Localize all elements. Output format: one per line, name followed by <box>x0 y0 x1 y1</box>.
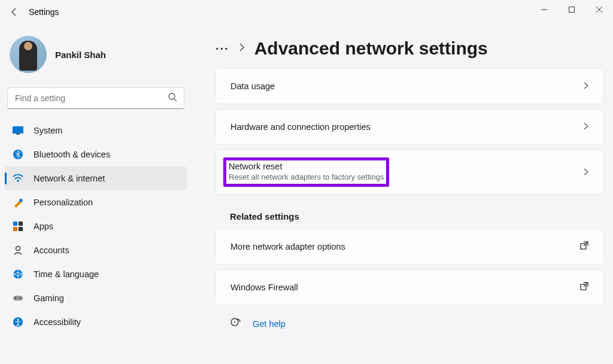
chevron-right-icon <box>584 167 588 178</box>
svg-point-2 <box>169 93 175 99</box>
sidebar-item-label: Network & internet <box>34 174 105 183</box>
sidebar-item-label: Accounts <box>34 245 69 255</box>
get-help-link[interactable]: Get help <box>253 319 286 329</box>
sidebar-item-system[interactable]: System <box>5 119 187 142</box>
sidebar-item-label: System <box>34 126 62 135</box>
svg-rect-4 <box>13 126 23 134</box>
bluetooth-icon <box>12 148 24 160</box>
titlebar: Settings <box>0 0 613 24</box>
sidebar-item-apps[interactable]: Apps <box>5 214 187 238</box>
external-link-icon <box>580 282 588 293</box>
svg-rect-9 <box>13 222 17 226</box>
svg-point-13 <box>16 247 20 251</box>
chevron-right-icon <box>584 122 588 132</box>
highlight-annotation: Network reset Reset all network adapters… <box>223 157 389 187</box>
accessibility-icon <box>12 316 24 328</box>
sidebar-item-accessibility[interactable]: Accessibility <box>5 310 187 334</box>
profile-section[interactable]: Pankil Shah <box>5 24 187 87</box>
app-title: Settings <box>29 7 59 17</box>
maximize-button[interactable] <box>558 0 585 19</box>
get-help-row[interactable]: Get help <box>216 310 613 338</box>
back-button[interactable] <box>5 2 24 22</box>
sidebar: Pankil Shah System Bluetooth & devices N… <box>0 24 192 364</box>
search-input[interactable] <box>7 87 184 109</box>
svg-rect-10 <box>19 222 23 226</box>
search-icon <box>168 92 177 104</box>
sidebar-item-label: Apps <box>34 222 53 231</box>
sidebar-item-bluetooth[interactable]: Bluetooth & devices <box>5 142 187 166</box>
page-title: Advanced network settings <box>254 38 488 59</box>
sidebar-item-network[interactable]: Network & internet <box>5 166 187 190</box>
sidebar-item-label: Time & language <box>34 269 99 279</box>
related-settings-header: Related settings <box>230 211 613 222</box>
svg-rect-12 <box>19 227 23 231</box>
sidebar-item-personalization[interactable]: Personalization <box>5 190 187 214</box>
breadcrumb-overflow[interactable]: ··· <box>216 42 229 56</box>
card-network-reset[interactable]: Network reset Reset all network adapters… <box>216 150 603 195</box>
sidebar-item-label: Bluetooth & devices <box>34 150 110 159</box>
card-title: Hardware and connection properties <box>230 122 371 132</box>
svg-rect-1 <box>569 7 575 13</box>
wifi-icon <box>12 172 24 184</box>
svg-line-3 <box>174 99 177 101</box>
gamepad-icon <box>12 292 24 304</box>
card-subtitle: Reset all network adapters to factory se… <box>229 172 384 181</box>
system-icon <box>12 125 24 136</box>
chevron-right-icon <box>239 43 245 54</box>
svg-rect-11 <box>13 227 17 231</box>
breadcrumb: ··· Advanced network settings <box>216 38 613 59</box>
sidebar-item-gaming[interactable]: Gaming <box>5 286 187 310</box>
sidebar-item-label: Accessibility <box>34 317 81 327</box>
apps-icon <box>12 220 24 232</box>
main-content: ··· Advanced network settings Data usage… <box>192 24 613 364</box>
svg-point-7 <box>17 180 19 182</box>
svg-point-17 <box>15 298 16 299</box>
card-hardware[interactable]: Hardware and connection properties <box>216 109 603 145</box>
svg-rect-16 <box>13 296 23 301</box>
card-title: Windows Firewall <box>230 283 298 292</box>
card-firewall[interactable]: Windows Firewall <box>216 269 603 305</box>
svg-point-20 <box>17 319 19 321</box>
svg-point-24 <box>234 321 235 323</box>
card-title: Network reset <box>229 162 384 171</box>
svg-point-18 <box>20 298 21 299</box>
minimize-button[interactable] <box>530 0 558 19</box>
chevron-right-icon <box>584 81 588 92</box>
avatar <box>10 36 47 73</box>
card-data-usage[interactable]: Data usage <box>216 68 603 104</box>
sidebar-item-accounts[interactable]: Accounts <box>5 238 187 262</box>
card-more-adapter[interactable]: More network adapter options <box>216 229 603 265</box>
card-title: More network adapter options <box>230 242 345 251</box>
sidebar-item-label: Gaming <box>34 293 64 303</box>
sidebar-item-time[interactable]: Time & language <box>5 262 187 286</box>
close-button[interactable] <box>585 0 613 19</box>
window-controls <box>530 0 613 19</box>
help-icon <box>230 317 241 330</box>
svg-rect-5 <box>16 134 20 135</box>
card-title: Data usage <box>230 81 275 91</box>
external-link-icon <box>580 241 588 252</box>
nav-list: System Bluetooth & devices Network & int… <box>5 119 187 334</box>
sidebar-item-label: Personalization <box>34 198 93 207</box>
globe-icon <box>12 268 24 280</box>
person-icon <box>12 244 24 256</box>
search-box[interactable] <box>7 87 184 109</box>
user-name: Pankil Shah <box>55 50 106 60</box>
brush-icon <box>12 196 24 208</box>
